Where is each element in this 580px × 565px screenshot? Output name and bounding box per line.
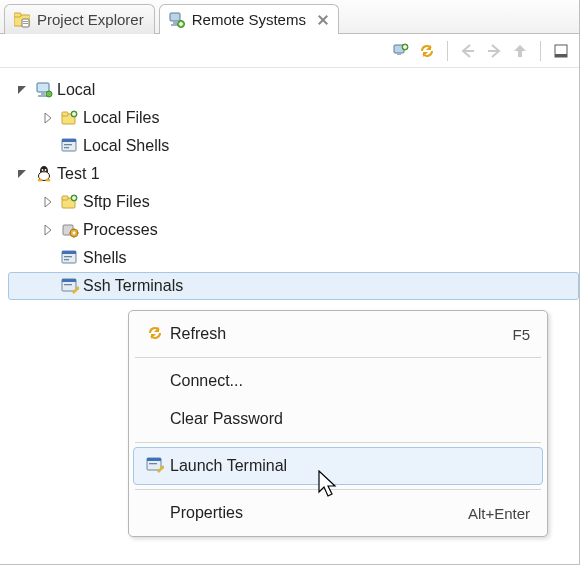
ctx-label: Launch Terminal [170,457,287,475]
tree-node-label: Processes [83,221,158,239]
toolbar-separator [540,41,541,61]
remote-systems-tree[interactable]: Local Local Files [0,68,579,300]
svg-rect-31 [72,113,76,114]
context-menu: Refresh F5 Connect... Clear Password [128,310,548,537]
tree-node-shells[interactable]: Shells [8,244,579,272]
tree-node-label: Sftp Files [83,193,150,211]
svg-rect-69 [147,458,161,461]
svg-rect-46 [62,196,68,200]
menu-separator [135,357,541,358]
back-button [458,41,478,61]
svg-point-53 [73,232,76,235]
tab-bar: Project Explorer Remote Systems [0,0,579,34]
tree-node-label: Local [57,81,95,99]
svg-rect-23 [41,92,45,95]
tree-node-local-shells[interactable]: Local Shells [8,132,579,160]
shell-icon [61,249,79,267]
processes-icon [61,221,79,239]
refresh-icon [146,324,164,345]
terminal-icon [61,277,79,295]
svg-rect-22 [37,83,49,92]
ctx-shortcut: Alt+Enter [468,505,530,522]
twisty-spacer [41,279,55,293]
svg-rect-15 [403,46,407,47]
ctx-launch-terminal[interactable]: Launch Terminal [133,447,543,485]
tree-node-label: Shells [83,249,127,267]
svg-rect-60 [64,256,72,257]
files-icon [61,193,79,211]
svg-rect-64 [64,284,72,285]
twisty-spacer [41,139,55,153]
tree-node-label: Local Files [83,109,159,127]
tree-node-processes[interactable]: Processes [8,216,579,244]
remote-systems-view: Project Explorer Remote Systems [0,0,580,565]
menu-separator [135,442,541,443]
svg-point-39 [42,169,44,171]
tree-node-label: Local Shells [83,137,169,155]
up-button [510,41,530,61]
tree-node-label: Test 1 [57,165,100,183]
tree-node-local[interactable]: Local [8,76,579,104]
svg-rect-5 [170,13,180,21]
svg-rect-61 [64,259,69,260]
ctx-label: Connect... [170,372,243,390]
svg-marker-44 [45,197,51,207]
svg-rect-3 [23,21,28,22]
ctx-label: Clear Password [170,410,283,428]
twisty-collapsed-icon[interactable] [41,223,55,237]
tab-remote-systems[interactable]: Remote Systems [159,4,339,34]
toolbar-separator [447,41,448,61]
svg-rect-28 [62,112,68,116]
svg-rect-4 [23,23,28,24]
menu-separator [135,489,541,490]
svg-rect-12 [397,53,401,55]
twisty-collapsed-icon[interactable] [41,111,55,125]
svg-point-25 [46,91,52,97]
twisty-expanded-icon[interactable] [15,167,29,181]
svg-rect-10 [179,23,183,24]
svg-rect-70 [149,463,157,464]
view-toolbar [0,34,579,68]
svg-rect-49 [72,197,76,198]
tree-node-test1[interactable]: Test 1 [8,160,579,188]
tree-node-local-files[interactable]: Local Files [8,104,579,132]
svg-point-43 [46,178,51,181]
twisty-collapsed-icon[interactable] [41,195,55,209]
ctx-shortcut: F5 [512,326,530,343]
svg-rect-59 [62,251,76,254]
svg-rect-6 [173,21,177,24]
ctx-connect[interactable]: Connect... [133,362,543,400]
tree-node-label: Ssh Terminals [83,277,183,295]
svg-rect-33 [62,139,76,142]
tree-node-sftp-files[interactable]: Sftp Files [8,188,579,216]
svg-marker-50 [45,225,51,235]
tab-label: Project Explorer [37,11,144,28]
new-connection-button[interactable] [391,41,411,61]
ctx-label: Properties [170,504,243,522]
files-icon [61,109,79,127]
svg-rect-18 [518,51,522,57]
ctx-refresh[interactable]: Refresh F5 [133,315,543,353]
ctx-clear-password[interactable]: Clear Password [133,400,543,438]
ctx-properties[interactable]: Properties Alt+Enter [133,494,543,532]
tab-project-explorer[interactable]: Project Explorer [4,4,155,34]
svg-rect-20 [555,54,567,57]
twisty-spacer [41,251,55,265]
tree-node-ssh-terminals[interactable]: Ssh Terminals [8,272,579,300]
project-explorer-icon [13,11,31,29]
svg-rect-1 [14,13,21,17]
refresh-button[interactable] [417,41,437,61]
svg-point-42 [38,178,43,181]
svg-marker-36 [18,170,26,178]
svg-marker-26 [45,113,51,123]
local-host-icon [35,81,53,99]
twisty-expanded-icon[interactable] [15,83,29,97]
linux-host-icon [35,165,53,183]
svg-rect-35 [64,147,69,148]
shell-icon [61,137,79,155]
svg-rect-34 [64,144,72,145]
minimize-view-button[interactable] [551,41,571,61]
ctx-label: Refresh [170,325,226,343]
svg-marker-21 [18,86,26,94]
close-icon[interactable] [318,15,328,25]
